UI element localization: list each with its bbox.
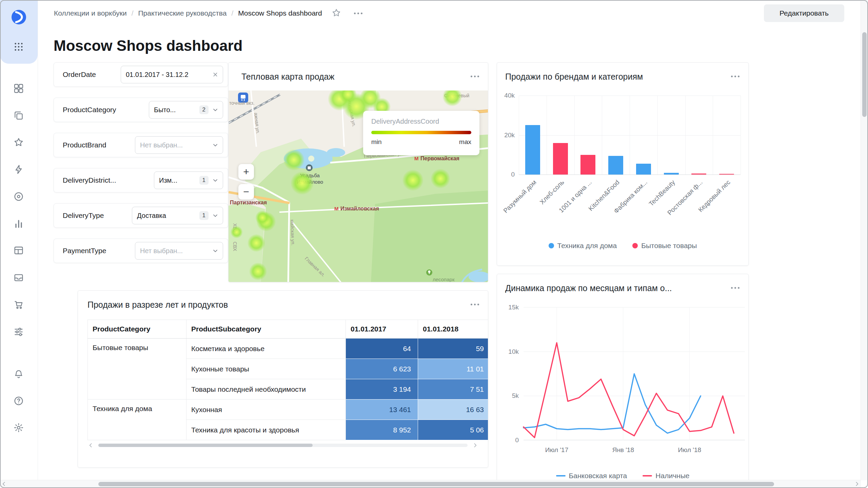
chevron-down-icon[interactable] xyxy=(212,212,219,219)
breadcrumb-item[interactable]: Коллекции и воркбуки xyxy=(54,9,127,17)
category-cell: Бытовые товары xyxy=(88,339,186,400)
gear-icon[interactable] xyxy=(13,422,24,433)
value-cell: 59 xyxy=(418,339,489,359)
chart-bar[interactable] xyxy=(580,155,595,175)
chart-bar[interactable] xyxy=(691,174,706,175)
chevron-down-icon[interactable] xyxy=(212,142,219,148)
scroll-left-icon[interactable] xyxy=(87,442,94,449)
layout-icon[interactable] xyxy=(13,83,24,94)
vertical-scrollbar-thumb[interactable] xyxy=(862,32,867,117)
datalens-logo[interactable] xyxy=(11,9,27,25)
favorites-star-icon[interactable] xyxy=(13,137,24,148)
sales-table-card: Продажи в разрезе лет и продуктов Produc… xyxy=(78,290,488,468)
filter-control[interactable]: Изм...1 xyxy=(154,171,223,189)
zoom-in-button[interactable]: + xyxy=(238,164,254,180)
legend-item[interactable]: Наличные xyxy=(643,472,689,480)
legend-item[interactable]: Техника для дома xyxy=(549,242,617,250)
gridline xyxy=(519,96,741,96)
table-header[interactable]: 01.01.2018 xyxy=(418,320,489,339)
gridline xyxy=(741,96,741,175)
line-chart-svg xyxy=(524,307,745,440)
filter-control[interactable]: Нет выбран... xyxy=(135,242,223,260)
filter-value: Изм... xyxy=(159,177,196,184)
cart-icon[interactable] xyxy=(13,299,24,310)
lightning-icon[interactable] xyxy=(13,164,24,175)
bell-icon[interactable] xyxy=(13,369,24,380)
chevron-down-icon[interactable] xyxy=(212,106,219,113)
map-canvas[interactable]: точный вкз. Сиреневый итинская ул. ажная… xyxy=(229,90,488,282)
value-cell: 6 623 xyxy=(346,359,418,379)
favorite-star-icon[interactable] xyxy=(331,8,342,19)
breadcrumb-item[interactable]: Практические руководства xyxy=(138,9,226,17)
legend-dot xyxy=(632,243,638,248)
filter-control[interactable]: Нет выбран... xyxy=(135,136,223,154)
breadcrumb-separator: / xyxy=(231,9,233,17)
more-menu-icon[interactable] xyxy=(351,10,365,17)
scroll-left-icon[interactable] xyxy=(1,481,7,487)
apps-grid-icon[interactable] xyxy=(13,41,24,52)
filter-label: ProductCategory xyxy=(63,106,116,114)
value-cell: 11 01 xyxy=(418,359,489,379)
disc-icon[interactable] xyxy=(13,191,24,202)
chart-bar[interactable] xyxy=(664,173,679,175)
chart-legend: Техника для домаБытовые товары xyxy=(497,242,748,250)
filter-control[interactable]: 01.01.2017 - 31.12.2 xyxy=(121,66,223,83)
chart-bar[interactable] xyxy=(608,156,623,175)
line-chart-plot: 05k10k15kИюл '17Янв '18Июл '18 xyxy=(497,274,748,488)
filter-control[interactable]: Быто...2 xyxy=(149,101,223,119)
table-scrollbar[interactable] xyxy=(98,444,468,447)
y-axis-label: 10k xyxy=(497,348,519,355)
chart-bar[interactable] xyxy=(553,143,568,175)
legend-label: Бытовые товары xyxy=(641,242,697,250)
legend-item[interactable]: Банковская карта xyxy=(556,472,627,480)
chart-bar[interactable] xyxy=(525,125,540,175)
category-cell: Техника для дома xyxy=(88,400,186,440)
card-title: Тепловая карта продаж xyxy=(241,72,334,82)
help-icon[interactable] xyxy=(13,395,24,406)
table-header[interactable]: ProductCategory xyxy=(88,320,186,339)
scroll-right-icon[interactable] xyxy=(853,481,860,487)
map-label: точный вкз. xyxy=(229,100,255,106)
inbox-icon[interactable] xyxy=(13,272,24,283)
map-legend-title: DeliveryAddressCoord xyxy=(371,118,471,125)
collections-icon[interactable] xyxy=(13,110,24,121)
services-icon[interactable] xyxy=(13,326,24,337)
vertical-scrollbar[interactable] xyxy=(861,0,868,480)
x-axis-label: Июл '17 xyxy=(540,446,574,454)
filter-card: DeliveryTypeДоставка1 xyxy=(54,203,228,228)
chart-bar[interactable] xyxy=(636,164,651,175)
horizontal-scrollbar-thumb[interactable] xyxy=(98,482,774,486)
horizontal-scrollbar[interactable] xyxy=(0,480,861,488)
heat-gradient-bar xyxy=(371,131,471,134)
chart-icon[interactable] xyxy=(13,218,24,229)
legend-label: Наличные xyxy=(655,472,689,480)
table-icon[interactable] xyxy=(13,245,24,256)
value-cell: 16 63 xyxy=(418,400,489,420)
table-scrollbar-thumb[interactable] xyxy=(98,444,313,447)
scroll-right-icon[interactable] xyxy=(472,442,478,449)
edit-button[interactable]: Редактировать xyxy=(764,4,844,22)
widget-menu-icon[interactable] xyxy=(471,304,479,305)
filter-card: ProductBrandНет выбран... xyxy=(54,133,228,157)
legend-label: Техника для дома xyxy=(557,242,617,250)
chart-legend: Банковская картаНаличные xyxy=(497,472,748,480)
filter-placeholder: Нет выбран... xyxy=(140,141,209,149)
series-line xyxy=(524,343,734,438)
legend-item[interactable]: Бытовые товары xyxy=(632,242,697,250)
table-header[interactable]: ProductSubcategory xyxy=(186,320,346,339)
chevron-down-icon[interactable] xyxy=(212,177,219,184)
widget-menu-icon[interactable] xyxy=(471,76,479,77)
zoom-out-button[interactable]: − xyxy=(238,184,254,200)
map-label: ХВЗ xyxy=(232,223,238,232)
y-axis-label: 5k xyxy=(497,392,519,400)
page-title: Moscow Shops dashboard xyxy=(54,37,242,54)
filter-label: ProductBrand xyxy=(63,141,106,149)
table-header[interactable]: 01.01.2017 xyxy=(346,320,418,339)
chevron-down-icon[interactable] xyxy=(212,247,219,254)
clear-icon[interactable] xyxy=(212,71,219,78)
metro-icon: М xyxy=(334,206,339,211)
chart-bar[interactable] xyxy=(719,174,734,175)
bar-chart-plot: 020k40kРазумный домХлеб-соль1001 и одна … xyxy=(497,63,748,265)
filter-control[interactable]: Доставка1 xyxy=(132,207,223,224)
value-cell: 5 06 xyxy=(418,420,489,440)
